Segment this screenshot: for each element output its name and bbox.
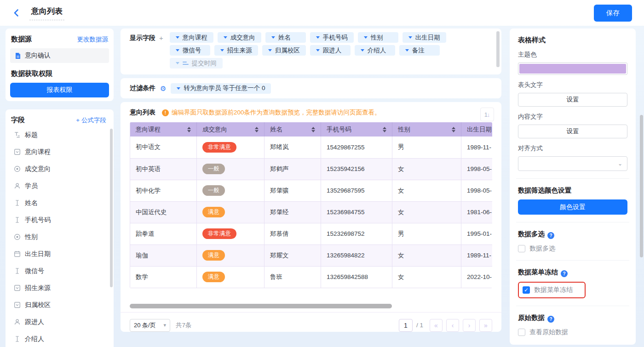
cell-course: 初中语文 [130, 137, 197, 158]
raw-data-checkbox[interactable] [518, 329, 525, 336]
field-item[interactable]: 微信号 [11, 262, 111, 279]
intent-badge: 满意 [202, 272, 225, 282]
column-header[interactable]: 姓名 [264, 122, 321, 137]
field-item[interactable]: 跟进人 [11, 313, 111, 330]
person-icon [14, 319, 21, 325]
sort-icon[interactable] [311, 127, 315, 132]
table-row[interactable]: 跆拳道非常满意郑慕倩15232698752男1995-01- [130, 223, 493, 245]
cell-course: 瑜伽 [130, 245, 197, 266]
person-icon [14, 182, 21, 189]
table-row[interactable]: 初中化学一般郑肇骧13529687595女1998-05- [130, 180, 493, 201]
add-display-field-button[interactable]: + [159, 34, 163, 42]
intent-badge: 一般 [202, 185, 225, 196]
display-field-tag[interactable]: 微信号 [170, 45, 210, 56]
help-icon[interactable]: ? [561, 270, 568, 277]
display-field-tag[interactable]: 招生来源 [214, 45, 258, 56]
align-select[interactable]: ⌄ [518, 156, 627, 171]
list-icon [183, 61, 189, 65]
report-permission-button[interactable]: 报表权限 [10, 83, 109, 97]
field-item-label: 归属校区 [25, 301, 51, 309]
multi-select-checkbox[interactable] [518, 245, 525, 252]
last-page-button[interactable]: » [479, 319, 492, 332]
freeze-checkbox[interactable]: ✓ [523, 286, 530, 294]
preview-warning: ! 编辑界面只取数据源前200条作为查询数据预览，完整数据请访问页面查看。 [162, 108, 381, 117]
cell-name: 郑慕倩 [264, 223, 321, 245]
display-field-tag[interactable]: 备注 [399, 45, 440, 56]
datasource-title: 数据源 [11, 35, 32, 44]
display-card-scrollbar[interactable] [496, 31, 500, 67]
sort-icon[interactable] [187, 127, 191, 132]
cell-name: 郑绪岚 [264, 137, 321, 158]
display-field-tag[interactable]: 归属校区 [262, 45, 306, 56]
display-fields-label: 显示字段 [130, 34, 155, 42]
column-header[interactable]: 意向课程 [130, 122, 197, 137]
display-field-tag[interactable]: 意向课程 [170, 32, 213, 43]
cell-birth: 1998-05- [461, 158, 493, 180]
next-page-button[interactable]: › [463, 319, 476, 332]
display-field-tag[interactable]: 手机号码 [310, 32, 354, 43]
page-number-input[interactable]: 1 [399, 319, 413, 332]
field-item[interactable]: 出生日期 [11, 245, 111, 262]
text-icon [14, 336, 21, 342]
content-text-set-button[interactable]: 设置 [518, 125, 627, 138]
save-button[interactable]: 保存 [594, 5, 632, 22]
cell-birth: 1981-06- [461, 201, 493, 223]
display-field-tag[interactable]: 出生日期 [402, 32, 446, 43]
prev-page-button[interactable]: ‹ [446, 319, 459, 332]
field-item[interactable]: 意向课程 [11, 143, 111, 160]
chevron-down-icon [177, 87, 180, 90]
cell-phone: 15232698752 [321, 223, 392, 245]
table-row[interactable]: 初中语文非常满意郑绪岚15429867255男1989-11- [130, 137, 493, 158]
theme-color-swatch[interactable] [518, 63, 627, 75]
sort-icon[interactable] [383, 127, 386, 132]
window-scrollbar[interactable] [640, 115, 643, 257]
field-item-label: 性别 [25, 233, 38, 241]
help-icon[interactable]: ? [547, 316, 554, 323]
field-item-label: 意向课程 [25, 148, 51, 156]
gear-icon[interactable]: ⚙ [160, 85, 166, 92]
change-datasource-link[interactable]: 更改数据源 [77, 35, 109, 44]
table-row[interactable]: 瑜伽满意郑耀文13265984822女1989-11- [130, 245, 493, 266]
back-icon[interactable] [12, 8, 21, 17]
column-header[interactable]: 性别 [392, 122, 461, 137]
field-item[interactable]: 性别 [11, 228, 111, 245]
field-item[interactable]: 成交意向 [11, 160, 111, 177]
field-item[interactable]: 招生来源 [11, 279, 111, 296]
display-field-tag[interactable]: 介绍人 [355, 45, 395, 56]
field-item[interactable]: 标题 [11, 126, 111, 143]
table-row[interactable]: 初中英语一般郑鹤声15235942156女1998-05- [130, 158, 493, 180]
help-icon[interactable]: ? [547, 232, 554, 239]
field-item[interactable]: 学员 [11, 177, 111, 194]
column-header[interactable]: 出生日期 [461, 122, 493, 137]
header-text-set-button[interactable]: 设置 [518, 93, 627, 107]
column-header[interactable]: 手机号码 [321, 122, 392, 137]
cell-birth: 2022-10- [461, 266, 493, 288]
display-field-tags: 意向课程成交意向姓名手机号码性别出生日期微信号招生来源归属校区跟进人介绍人备注提… [170, 32, 446, 71]
chevron-down-icon [408, 36, 412, 39]
field-item[interactable]: 介绍人 [11, 330, 111, 347]
cell-intent: 一般 [197, 158, 264, 180]
sort-order-button[interactable]: 1↓ [480, 108, 494, 121]
fields-scrollbar[interactable] [110, 129, 113, 287]
table-row[interactable]: 中国近代史满意郑肇经15236984755女1981-06- [130, 201, 493, 223]
sort-icon[interactable] [255, 127, 259, 132]
sort-icon[interactable] [452, 127, 455, 132]
display-field-tag[interactable]: 姓名 [265, 32, 306, 43]
display-field-tag[interactable]: 成交意向 [218, 32, 261, 43]
table-row[interactable]: 数学满意鲁班132659842588女2022-10- [130, 266, 493, 288]
display-field-tag[interactable]: 性别 [358, 32, 398, 43]
add-formula-field-link[interactable]: + 公式字段 [76, 116, 106, 125]
first-page-button[interactable]: « [430, 319, 443, 332]
page-size-select[interactable]: 20 条/页 ▾ [130, 319, 170, 332]
field-item[interactable]: 归属校区 [11, 296, 111, 313]
datasource-item[interactable]: 意向确认 [10, 48, 109, 63]
filter-condition-tag[interactable]: 转为意向学员 等于任意一个 0 [171, 83, 271, 94]
display-field-tag[interactable]: 跟进人 [310, 45, 351, 56]
cell-course: 初中化学 [130, 180, 197, 201]
field-item[interactable]: 姓名 [11, 194, 111, 211]
column-header[interactable]: 成交意向 [197, 122, 264, 137]
table-style-panel: 表格样式 主题色 表头文字 设置 内容文字 设置 对齐方式 ⌄ 数据筛选颜色设置… [510, 28, 636, 345]
color-set-button[interactable]: 颜色设置 [518, 199, 627, 215]
field-item[interactable]: 手机号码 [11, 211, 111, 228]
horizontal-scrollbar[interactable] [130, 304, 392, 308]
